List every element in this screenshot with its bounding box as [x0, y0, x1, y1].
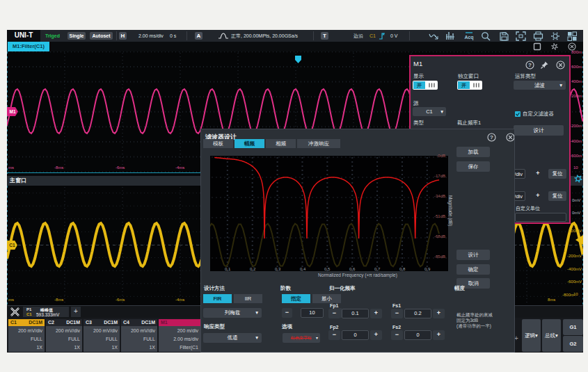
svg-text:?: ?: [490, 134, 493, 140]
svg-text:Acq: Acq: [464, 35, 473, 40]
svg-text:?: ?: [528, 62, 532, 68]
